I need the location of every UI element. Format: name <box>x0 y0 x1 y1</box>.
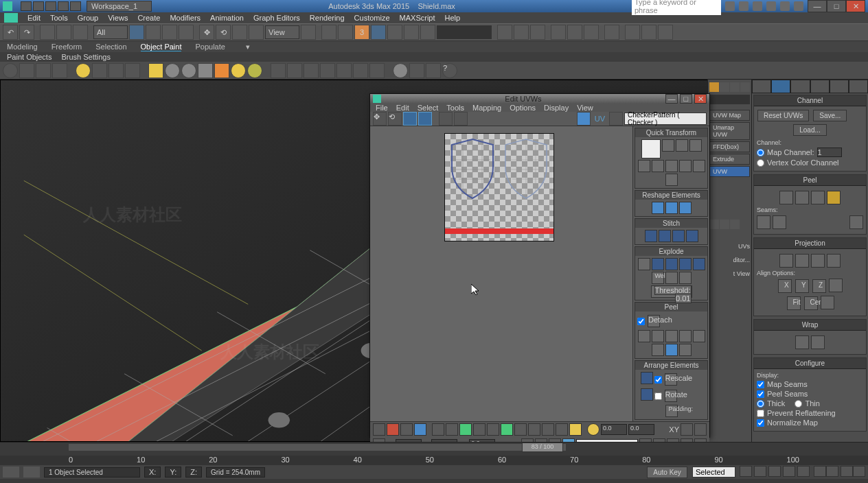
map-seams-check[interactable] <box>757 381 764 388</box>
nav-icon-2[interactable] <box>826 466 838 477</box>
seam-icon-1[interactable] <box>757 215 770 229</box>
uvb-icon-11[interactable] <box>514 423 527 436</box>
render-setup-button[interactable] <box>625 25 640 40</box>
qt-icon-5[interactable] <box>652 160 664 172</box>
uv-menu-select[interactable]: Select <box>418 104 439 112</box>
utilities-tab-icon[interactable] <box>849 80 868 93</box>
mod-unwrap[interactable]: Unwrap UVW <box>709 122 750 140</box>
editor-label[interactable]: ditor... <box>709 257 750 263</box>
qat-new-icon[interactable] <box>21 1 32 11</box>
uvb-num1[interactable]: 0.0 <box>601 424 627 435</box>
proj-sphere-icon[interactable] <box>811 254 825 268</box>
arrange-header[interactable]: Arrange Elements <box>635 361 707 370</box>
app-menu-icon[interactable] <box>4 13 18 23</box>
peel-icon-2[interactable] <box>795 191 809 204</box>
coord-y[interactable]: Y: <box>165 467 181 478</box>
move-button[interactable]: ✥ <box>199 25 214 40</box>
mod-uvwmap[interactable]: UVW Map <box>709 110 750 121</box>
material-editor-button[interactable] <box>604 25 619 40</box>
rotate-check[interactable] <box>654 392 662 400</box>
spinner-snap-button[interactable] <box>387 25 402 40</box>
help-icon[interactable] <box>794 1 803 11</box>
stitch-icon-2[interactable] <box>659 230 671 242</box>
projection-header[interactable]: Projection <box>754 238 866 249</box>
tb2-btn-1[interactable] <box>19 63 34 78</box>
uvside-peel-header[interactable]: Peel <box>635 303 707 311</box>
uv-rotate-icon[interactable]: ⟲ <box>388 112 402 126</box>
weld-icon-2[interactable] <box>679 272 692 284</box>
tb2-btn-7[interactable] <box>271 63 286 78</box>
reset-uvws-button[interactable]: Reset UVWs <box>757 110 809 121</box>
fit-button[interactable]: Fit <box>787 296 801 310</box>
coord-z[interactable]: Z: <box>185 467 202 478</box>
favorites-icon[interactable] <box>780 1 790 11</box>
wrap-icon-2[interactable] <box>811 335 825 349</box>
menu-animation[interactable]: Animation <box>210 14 244 22</box>
channel-header[interactable]: Channel <box>754 95 866 106</box>
peel-icon-1[interactable] <box>779 191 793 204</box>
uv-freeform-icon[interactable] <box>418 112 432 126</box>
tb2-btn-15[interactable] <box>409 63 424 78</box>
arr-icon-2[interactable] <box>641 388 653 401</box>
quick-transform-header[interactable]: Quick Transform <box>635 128 707 137</box>
schematic-button[interactable] <box>584 25 599 40</box>
rescale-check[interactable] <box>654 376 662 384</box>
align-z-button[interactable]: Z <box>812 279 826 293</box>
undo-button[interactable]: ↶ <box>3 25 18 40</box>
reshape-icon-3[interactable] <box>679 202 692 214</box>
tb2-btn-12[interactable] <box>353 63 368 78</box>
maxscript-icon[interactable] <box>3 467 19 478</box>
uvb-num2[interactable]: 0.0 <box>628 424 654 435</box>
detach-check[interactable] <box>637 318 645 325</box>
tab-selection[interactable]: Selection <box>95 43 126 51</box>
tb2-btn-2[interactable] <box>36 63 51 78</box>
tb2-btn-3[interactable] <box>52 63 67 78</box>
tab-populate[interactable]: Populate <box>195 43 225 51</box>
proj-planar-icon[interactable] <box>779 254 793 268</box>
menu-customize[interactable]: Customize <box>354 14 390 22</box>
scale-button[interactable] <box>232 25 247 40</box>
tb2-btn-6[interactable] <box>125 63 140 78</box>
uvb-vert-icon[interactable] <box>373 423 385 436</box>
arr-icon-1[interactable] <box>641 372 653 384</box>
weld-icon-1[interactable] <box>665 272 678 284</box>
angle-snap-button[interactable]: 3 <box>354 25 369 40</box>
qt-icon-8[interactable] <box>693 160 705 172</box>
modify-tab-icon[interactable] <box>771 80 790 93</box>
qt-icon-7[interactable] <box>679 160 692 172</box>
tb2-btn-13[interactable] <box>369 63 385 78</box>
manage-layers-button[interactable] <box>530 25 545 40</box>
maximize-button[interactable]: □ <box>827 0 846 12</box>
map-channel-radio[interactable] <box>757 149 764 156</box>
tb2-prim-box[interactable] <box>148 63 163 78</box>
snap-toggle-button[interactable] <box>338 25 353 40</box>
uv-menu-file[interactable]: File <box>376 104 388 112</box>
menu-modifiers[interactable]: Modifiers <box>170 14 201 22</box>
tb2-btn-5[interactable] <box>108 63 124 78</box>
tb2-btn-14[interactable] <box>393 63 408 78</box>
uvb-icon-10[interactable] <box>501 423 513 436</box>
normalize-check[interactable] <box>757 419 764 427</box>
ref-coord-dropdown[interactable]: View <box>265 25 299 39</box>
uv-options-icon[interactable] <box>609 112 623 126</box>
tab-freeform[interactable]: Freeform <box>52 43 82 51</box>
mod-extrude[interactable]: Extrude <box>709 154 750 165</box>
menu-views[interactable]: Views <box>108 14 128 22</box>
menu-tools[interactable]: Tools <box>50 14 68 22</box>
wrap-icon-1[interactable] <box>795 335 809 349</box>
stitch-icon-4[interactable] <box>686 230 698 242</box>
uvb-icon-6[interactable] <box>446 423 458 436</box>
autokey-button[interactable]: Auto Key <box>647 467 687 478</box>
stitch-icon-1[interactable] <box>645 230 657 242</box>
keyfilter-dropdown[interactable]: Selected <box>692 467 735 478</box>
uv-menu-tools[interactable]: Tools <box>446 104 464 112</box>
uv-canvas[interactable] <box>370 126 632 421</box>
minimize-button[interactable]: — <box>808 0 827 12</box>
exp-icon-5[interactable] <box>693 258 705 270</box>
uvb-element-icon[interactable] <box>414 423 426 436</box>
menu-rendering[interactable]: Rendering <box>310 14 345 22</box>
qt-icon-6[interactable] <box>665 160 678 172</box>
uv-showmap-icon[interactable] <box>577 112 591 126</box>
peel-seams-check[interactable] <box>757 390 764 398</box>
tb2-prim-cylinder[interactable] <box>181 63 196 78</box>
